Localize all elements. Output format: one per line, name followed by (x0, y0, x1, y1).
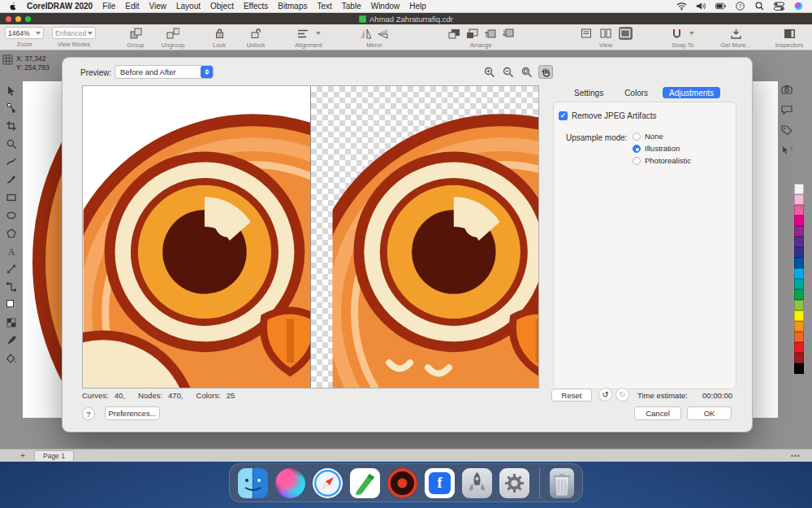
lock-button[interactable]: Lock (206, 27, 232, 49)
palette-swatch[interactable] (794, 353, 804, 363)
control-center-icon[interactable] (774, 2, 784, 11)
pick-tool-icon[interactable] (6, 85, 17, 96)
ok-button[interactable]: OK (687, 406, 732, 420)
to-back-icon[interactable] (466, 28, 478, 39)
wifi-icon[interactable] (676, 2, 687, 11)
comments-icon[interactable] (781, 105, 793, 115)
pan-tool-button[interactable] (538, 65, 553, 79)
menu-help[interactable]: Help (409, 2, 426, 11)
photo-paint-icon[interactable] (387, 468, 417, 498)
to-front-icon[interactable] (448, 28, 460, 39)
upsample-photorealistic-option[interactable]: Photorealistic (633, 156, 691, 165)
unlock-button[interactable]: Unlock (240, 27, 271, 49)
object-tags-icon[interactable] (781, 125, 793, 135)
trash-icon[interactable] (550, 468, 574, 498)
remove-jpeg-artifacts-row[interactable]: ✓ Remove JPEG Artifacts (559, 111, 656, 120)
fullscreen-view-icon[interactable] (619, 27, 633, 40)
remove-jpeg-checkbox[interactable]: ✓ (559, 111, 568, 120)
launchpad-icon[interactable] (462, 468, 492, 498)
palette-swatch[interactable] (794, 321, 804, 332)
inspectors-button[interactable]: Inspectors (770, 27, 809, 49)
apple-menu-icon[interactable] (8, 2, 17, 11)
upsample-illustration-option[interactable]: Illustration (633, 144, 680, 153)
palette-swatch[interactable] (794, 226, 804, 237)
menu-edit[interactable]: Edit (125, 2, 139, 11)
rectangle-tool-icon[interactable] (6, 192, 17, 203)
siri-icon[interactable] (793, 2, 804, 11)
palette-swatch[interactable] (794, 289, 804, 300)
view-mode-select[interactable]: Enhanced (52, 27, 96, 39)
mirror-horizontal-icon[interactable] (360, 28, 372, 39)
radio-none[interactable] (633, 132, 641, 141)
menu-file[interactable]: File (102, 2, 115, 11)
zoom-level-select[interactable]: 1464% (5, 27, 44, 39)
group-button[interactable]: Group (120, 27, 151, 49)
preferences-button[interactable]: Preferences... (105, 406, 160, 420)
dialog-help-button[interactable]: ? (82, 407, 95, 420)
alignment-button[interactable]: Alignment (289, 27, 328, 49)
help-icon[interactable]: ? (735, 2, 745, 11)
spotlight-icon[interactable] (754, 2, 765, 11)
coreldraw-icon[interactable] (350, 468, 380, 498)
preview-mode-select[interactable]: Before and After (114, 65, 214, 79)
interactive-fill-tool-icon[interactable] (6, 353, 17, 364)
forward-one-icon[interactable] (484, 28, 496, 39)
tab-settings[interactable]: Settings (568, 87, 610, 98)
zoom-out-button[interactable] (501, 65, 516, 79)
tab-adjustments[interactable]: Adjustments (663, 87, 720, 98)
add-page-button[interactable]: + (18, 451, 28, 460)
ungroup-button[interactable]: Ungroup (156, 27, 190, 49)
title-bar[interactable]: Ahmad Zahraturrafiq.cdr (0, 13, 812, 24)
artistic-media-tool-icon[interactable] (6, 174, 17, 185)
freehand-tool-icon[interactable] (6, 156, 17, 167)
hints-icon[interactable]: ? (781, 145, 793, 155)
menu-window[interactable]: Window (371, 2, 400, 11)
radio-illustration[interactable] (633, 145, 641, 153)
palette-swatch[interactable] (794, 300, 804, 310)
font-manager-icon[interactable]: f (425, 468, 455, 498)
palette-swatch[interactable] (794, 237, 804, 247)
tab-colors[interactable]: Colors (618, 87, 654, 98)
eyedropper-tool-icon[interactable] (6, 335, 17, 346)
undo-button[interactable]: ↺ (598, 388, 612, 402)
palette-swatch[interactable] (794, 205, 804, 215)
reset-button[interactable]: Reset (551, 389, 592, 402)
menu-view[interactable]: View (149, 2, 167, 11)
menu-effects[interactable]: Effects (244, 2, 268, 11)
connector-tool-icon[interactable] (6, 281, 17, 293)
zoom-tool-icon[interactable] (6, 138, 17, 150)
safari-icon[interactable] (313, 468, 343, 498)
back-one-icon[interactable] (502, 28, 514, 39)
palette-swatch[interactable] (794, 184, 804, 194)
zoom-fit-button[interactable] (520, 65, 534, 79)
trace-preview-area[interactable] (82, 85, 539, 389)
palette-swatch[interactable] (794, 215, 804, 226)
preview-before-pane[interactable] (83, 86, 310, 388)
menu-table[interactable]: Table (342, 2, 361, 11)
upsample-none-option[interactable]: None (633, 132, 663, 141)
menu-bitmaps[interactable]: Bitmaps (278, 2, 307, 11)
cancel-button[interactable]: Cancel (634, 406, 681, 420)
get-more-button[interactable]: Get More... (713, 27, 758, 49)
menu-app-name[interactable]: CorelDRAW 2020 (27, 2, 93, 11)
palette-swatch[interactable] (794, 363, 804, 374)
transparency-tool-icon[interactable] (6, 317, 17, 328)
shape-tool-icon[interactable] (6, 102, 17, 114)
zoom-in-button[interactable] (482, 65, 497, 79)
palette-swatch[interactable] (794, 268, 804, 279)
radio-photorealistic[interactable] (633, 157, 641, 165)
palette-swatch[interactable] (794, 194, 804, 205)
page-view-icon[interactable] (580, 27, 594, 40)
text-tool-icon[interactable]: A (6, 245, 17, 257)
palette-swatch[interactable] (794, 332, 804, 342)
parallel-dimension-tool-icon[interactable] (6, 263, 17, 275)
palette-swatch[interactable] (794, 279, 804, 289)
system-preferences-icon[interactable] (499, 468, 529, 498)
redo-button[interactable]: ↻ (615, 388, 629, 402)
drop-shadow-tool-icon[interactable] (6, 299, 17, 310)
menu-text[interactable]: Text (317, 2, 331, 11)
siri-dock-icon[interactable] (275, 468, 305, 498)
palette-swatch[interactable] (794, 258, 804, 268)
menu-object[interactable]: Object (210, 2, 234, 11)
menu-layout[interactable]: Layout (176, 2, 201, 11)
